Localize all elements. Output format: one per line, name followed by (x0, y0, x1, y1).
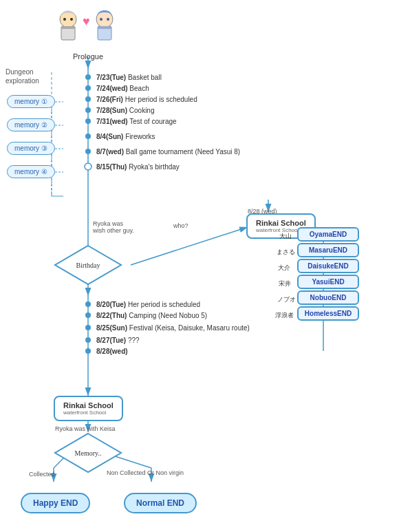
memory-box-2: memory ② (7, 118, 55, 131)
character-2 (91, 7, 118, 43)
collected-label: Collected (29, 471, 55, 478)
memory-box-3: memory ③ (7, 142, 55, 155)
birthday-diamond-container: Birthday (54, 244, 122, 286)
memory-box-1: memory ① (7, 95, 55, 108)
non-collected-label: Non Collected Or Non virgin (107, 469, 184, 476)
birthday-note: Ryoka waswish other guy. (93, 220, 134, 234)
svg-point-49 (100, 18, 103, 21)
svg-point-25 (85, 325, 91, 330)
nobuo-end: NobuoEND (297, 290, 359, 305)
timeline-item-6: 8/4(Sun) Fireworks (96, 133, 155, 140)
svg-text:Memory..: Memory.. (75, 449, 102, 457)
heart-icon: ♥ (83, 14, 90, 29)
yasui-end: YasuiEND (297, 275, 359, 289)
svg-point-27 (85, 348, 91, 354)
memory-box-4: memory ④ (7, 165, 55, 178)
daisuke-end: DaisukeEND (297, 259, 359, 273)
char-label-oyama: 大山 (279, 232, 292, 241)
memory-diamond-container: Memory.. (54, 432, 122, 474)
svg-rect-51 (98, 26, 111, 29)
character-sprites: ♥ (55, 7, 118, 43)
svg-point-26 (85, 337, 91, 343)
char-label-yasui: 宋井 (279, 279, 291, 288)
timeline2-item-4: 8/27(Tue) ??? (96, 337, 140, 344)
svg-point-11 (85, 163, 91, 170)
who-label: who? (173, 222, 188, 229)
character-1 (55, 7, 81, 43)
svg-point-24 (85, 312, 91, 318)
svg-point-23 (85, 301, 91, 307)
timeline-item-2: 7/24(wed) Beach (96, 85, 149, 92)
svg-point-6 (85, 96, 91, 102)
char-label-masaru: まさる (277, 248, 295, 257)
homeless-end: HomelessEND (297, 306, 359, 321)
normal-end-box: Normal END (124, 493, 197, 513)
svg-point-44 (63, 18, 66, 21)
timeline-item-7: 8/7(wed) Ball game tournament (Need Yasu… (96, 148, 240, 156)
char-label-daisuke: 大介 (278, 264, 290, 273)
svg-point-4 (85, 74, 91, 80)
svg-point-10 (85, 149, 91, 154)
svg-line-20 (131, 227, 248, 265)
prologue-label: Prologue (64, 50, 112, 62)
timeline-item-1: 7/23(Tue) Basket ball (96, 74, 162, 81)
dungeon-label: Dungeon exploration (6, 67, 50, 85)
svg-point-9 (85, 134, 91, 139)
timeline-item-5: 7/31(wed) Test of courage (96, 118, 177, 125)
timeline2-item-3: 8/25(Sun) Festival (Keisa, Daisuke, Masa… (96, 324, 250, 332)
oyama-end: OyamaEND (297, 227, 359, 242)
timeline-item-3: 7/26(Fri) Her period is scheduled (96, 96, 197, 103)
timeline2-item-1: 8/20(Tue) Her period is scheduled (96, 301, 200, 308)
char-label-homeless: 浮浪者 (275, 311, 294, 320)
char-label-nobuo: ノブオ (277, 295, 296, 304)
timeline-item-4: 7/28(Sun) Cooking (96, 107, 155, 114)
svg-point-5 (85, 85, 91, 91)
timeline-item-8: 8/15(Thu) Ryoka's birthday (96, 163, 180, 171)
timeline2-item-5: 8/28(wed) (96, 348, 128, 355)
masaru-end: MasaruEND (297, 243, 359, 257)
timeline2-item-2: 8/22(Thu) Camping (Need Nobuo 5) (96, 312, 207, 319)
svg-point-7 (85, 107, 91, 113)
svg-point-45 (70, 18, 73, 21)
svg-point-50 (107, 18, 109, 21)
ryoka-keisa-note: Ryoka was with Keisa (55, 425, 116, 432)
svg-point-8 (85, 118, 91, 124)
happy-end-box: Happy END (21, 493, 90, 513)
flowchart-page: ♥ Prologue Dungeon exploration memory ① … (0, 0, 399, 532)
svg-rect-46 (61, 26, 75, 29)
rinkai-school-2: Rinkai School waterfront School (54, 396, 123, 421)
svg-text:Birthday: Birthday (76, 262, 100, 269)
